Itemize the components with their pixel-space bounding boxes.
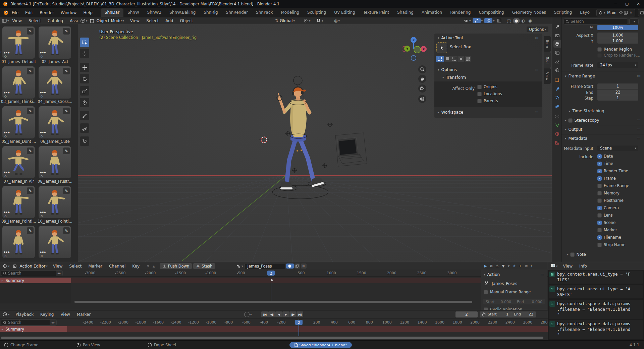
asset-menu-asset[interactable]: Asset: [66, 18, 78, 23]
checkbox-marker[interactable]: [597, 228, 602, 232]
edit-pose-icon[interactable]: ✎: [63, 187, 70, 194]
options-chevron[interactable]: ▾: [438, 68, 439, 71]
dope-hscrollbar[interactable]: [74, 301, 472, 303]
summary-keyframe-dot[interactable]: [271, 279, 273, 281]
shading-wireframe-icon[interactable]: ◯: [505, 18, 513, 23]
gizmos-toggle[interactable]: [473, 18, 481, 23]
asset-thumbnail[interactable]: ✎◆▪◆◇: [39, 66, 71, 99]
dope-search[interactable]: Search ↔: [1, 270, 63, 276]
tool-annotate-button[interactable]: [80, 111, 89, 120]
edit-pose-icon[interactable]: ✎: [27, 148, 34, 154]
move-channel-up-icon[interactable]: ▲: [153, 265, 155, 268]
manual-frame-range-checkbox[interactable]: [484, 290, 488, 294]
edit-pose-icon[interactable]: ✎: [63, 108, 70, 114]
filter-invert-icon[interactable]: ↔: [50, 320, 56, 325]
transform-chevron[interactable]: ▾: [442, 76, 444, 79]
view-layer-icon[interactable]: [640, 10, 644, 15]
panel-drag-dots[interactable]: ∷∷: [535, 36, 540, 40]
autokey-chevron[interactable]: ▾: [250, 313, 252, 316]
freeze-icon[interactable]: ✳: [513, 264, 516, 268]
workspace-tab-shnrig[interactable]: ShnRig: [200, 8, 222, 17]
checkbox-locations[interactable]: [477, 92, 482, 96]
select-mode-intersect[interactable]: [465, 56, 471, 62]
checkbox-memory[interactable]: [597, 191, 602, 195]
frame-rate-dropdown[interactable]: 24 fps▾: [597, 62, 638, 68]
viewport-3d[interactable]: ▾ Object Mode ▾ ViewSelectAddObject ⇅ Gl…: [78, 17, 552, 262]
tool-add-cube-button[interactable]: [80, 136, 89, 146]
jump-to-end-button[interactable]: ▶▮: [297, 311, 303, 317]
info-log-entry[interactable]: bpy.context.area.ui_type = 'F ILES': [549, 271, 643, 284]
pin-icon[interactable]: [619, 10, 624, 15]
editor-type-chevron[interactable]: ▾: [556, 265, 558, 268]
asset-thumbnail[interactable]: ✎◆▪◆◇: [2, 106, 35, 138]
select-mode-extend[interactable]: [444, 56, 451, 62]
asset-thumbnail[interactable]: ✎◆▪◆◇: [2, 146, 35, 178]
info-log-entry[interactable]: bpy.context.space_data.params .filename …: [549, 300, 643, 319]
copy-icon[interactable]: ⧉: [490, 264, 492, 268]
timeline-menu-keying[interactable]: Keying: [37, 312, 57, 317]
camera-view-button[interactable]: [418, 84, 426, 93]
dope-menu-key[interactable]: Key: [129, 264, 143, 269]
editor-type-chevron[interactable]: ▾: [8, 313, 10, 316]
filter-chevron-button[interactable]: ▾: [629, 18, 639, 24]
tool-transform-button[interactable]: [80, 98, 89, 107]
dope-menu-view[interactable]: View: [50, 264, 66, 269]
edit-pose-icon[interactable]: ✎: [27, 28, 34, 35]
viewport-menu-select[interactable]: Select: [143, 18, 162, 23]
workspace-tab-geometry-nodes[interactable]: Geometry Nodes: [508, 8, 550, 17]
editor-mode-chevron[interactable]: ▾: [46, 265, 48, 268]
workspace-tab-sculpting[interactable]: Sculpting: [303, 8, 330, 17]
collapse-chevron[interactable]: ▾: [438, 36, 439, 40]
timeline-menu-marker[interactable]: Marker: [73, 312, 94, 317]
workspace-tab-shnw2[interactable]: ShnW2: [143, 8, 165, 17]
checkbox-time[interactable]: ✓: [597, 162, 602, 166]
magnet-icon[interactable]: [316, 18, 321, 23]
asset-thumbnail[interactable]: ✎◆▪◆◇: [39, 146, 71, 178]
editor-type-dope-icon[interactable]: [2, 264, 7, 269]
edit-pose-icon[interactable]: ✎: [63, 227, 70, 234]
slash-icon[interactable]: \: [531, 264, 532, 268]
frame-step-field[interactable]: 1: [597, 95, 638, 101]
asset-thumbnail[interactable]: ✎◆▪◆◇: [39, 226, 71, 258]
timeline-hscrollbar[interactable]: [1, 337, 543, 339]
workspace-tab-shading[interactable]: Shading: [393, 8, 418, 17]
asset-menu-view[interactable]: View: [9, 18, 25, 23]
workspace-tab-modeling[interactable]: Modeling: [277, 8, 304, 17]
tool-measure-button[interactable]: [80, 123, 89, 133]
proportional-icon[interactable]: ◎: [334, 18, 337, 23]
action-browse-icon[interactable]: [236, 264, 241, 269]
timeline-summary-track[interactable]: [67, 326, 548, 332]
options-button[interactable]: Options ▾: [527, 26, 548, 32]
checkbox-parents[interactable]: [477, 99, 482, 103]
edit-pose-icon[interactable]: ✎: [27, 68, 34, 74]
menu-render[interactable]: Render: [36, 10, 57, 15]
edit-pose-icon[interactable]: ✎: [27, 187, 34, 194]
panel-drag-dots[interactable]: ∷∷: [535, 68, 540, 71]
properties-search[interactable]: Search: [564, 18, 628, 24]
workspace-tab-animation[interactable]: Animation: [418, 8, 446, 17]
checkbox-filename[interactable]: ✓: [597, 235, 602, 240]
action-panel-chevron[interactable]: ▾: [484, 273, 485, 276]
pivot-point-selector[interactable]: ▾: [303, 18, 311, 23]
aspect-y-field[interactable]: 1.000: [597, 38, 638, 44]
timeline-summary-channel[interactable]: ▸Summary: [0, 326, 67, 332]
stereoscopy-section[interactable]: ▸Stereoscopy: [564, 118, 599, 123]
workspace-tab-shnpack[interactable]: ShnPack: [252, 8, 277, 17]
filter-chevron[interactable]: ▾: [508, 264, 510, 268]
checkbox-scene[interactable]: ✓: [597, 221, 602, 225]
shading-rendered-icon[interactable]: ◉: [527, 18, 533, 23]
aspect-x-field[interactable]: 1.000: [597, 33, 638, 38]
close-button[interactable]: ✕: [633, 0, 644, 8]
asset-thumbnail[interactable]: ✎◆▪◆◇: [2, 66, 35, 99]
checkbox-camera[interactable]: ✓: [597, 206, 602, 210]
navigation-gizmo[interactable]: Z Y X: [402, 36, 429, 62]
cyclic-animation-checkbox[interactable]: [484, 307, 488, 310]
properties-tab-texture-icon[interactable]: [553, 139, 561, 146]
edit-pose-icon[interactable]: ✎: [63, 68, 70, 74]
prev-keyframe-button[interactable]: ◀▮: [268, 311, 275, 317]
viewport-menu-object[interactable]: Object: [176, 18, 196, 23]
asset-thumbnail[interactable]: ✎◆▪◆◇: [2, 226, 35, 258]
timeline-search[interactable]: Search ↔: [1, 319, 57, 326]
pan-view-button[interactable]: [418, 75, 426, 83]
shading-solid-icon[interactable]: ●: [513, 18, 520, 23]
